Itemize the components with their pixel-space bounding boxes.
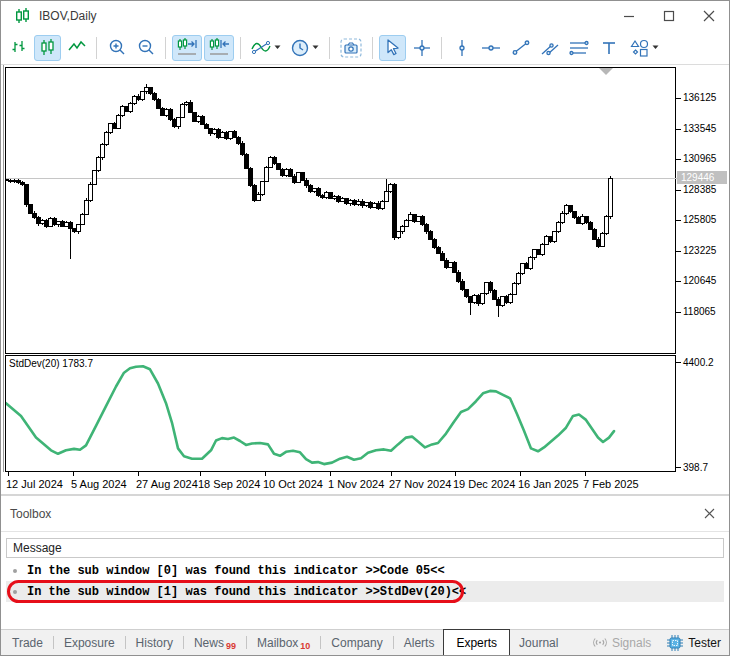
trendline-icon [512, 39, 530, 56]
price-axis[interactable]: 1361251335451309651283851258051232251206… [676, 67, 730, 355]
date-axis-tick [520, 472, 521, 476]
date-axis-label: 16 Jan 2025 [518, 478, 579, 490]
chevron-down-icon [312, 45, 319, 50]
candlestick-chart[interactable] [6, 68, 678, 352]
bar-chart-button[interactable] [5, 35, 32, 61]
tab-journal[interactable]: Journal [510, 630, 567, 655]
fibo-lines-button[interactable] [565, 35, 593, 61]
tab-news[interactable]: News99 [185, 630, 245, 655]
date-axis-label: 18 Sep 2024 [198, 478, 260, 490]
close-icon[interactable] [689, 1, 729, 31]
date-axis-tick [8, 472, 9, 476]
toolbar-separator [240, 37, 241, 59]
date-axis-label: 12 Jul 2024 [6, 478, 63, 490]
minimize-icon[interactable] [609, 1, 649, 31]
tab-alerts[interactable]: Alerts [395, 630, 444, 655]
indicators-dropdown-button[interactable] [247, 35, 285, 61]
zoom-out-icon [137, 39, 155, 57]
timeframes-dropdown-button[interactable] [287, 35, 323, 61]
crosshair-button[interactable] [408, 35, 435, 61]
shift-end-button[interactable] [172, 35, 202, 61]
axis-tick [676, 312, 681, 313]
trendline-button[interactable] [507, 35, 534, 61]
zoom-out-button[interactable] [132, 35, 159, 61]
zoom-in-button[interactable] [103, 35, 130, 61]
clock-icon [291, 39, 309, 57]
price-axis-label: 128385 [683, 184, 716, 195]
horizontal-line-button[interactable] [477, 35, 505, 61]
price-axis-label: 125805 [683, 214, 716, 225]
tab-trade[interactable]: Trade [3, 630, 52, 655]
tab-separator [320, 636, 321, 649]
date-axis-label: 27 Aug 2024 [136, 478, 198, 490]
message-column-header[interactable]: Message [6, 538, 724, 558]
vertical-line-button[interactable] [448, 35, 475, 61]
window-title: IBOV,Daily [39, 9, 97, 23]
axis-tick [676, 362, 681, 363]
text-label-button[interactable] [595, 35, 622, 61]
date-axis-tick [585, 472, 586, 476]
auto-scroll-button[interactable] [204, 35, 234, 61]
date-axis-label: 10 Oct 2024 [263, 478, 323, 490]
price-axis-label: 123225 [683, 245, 716, 256]
tab-exposure[interactable]: Exposure [55, 630, 124, 655]
date-axis-tick [391, 472, 392, 476]
toolbar-separator [165, 37, 166, 59]
chip-icon [667, 635, 683, 651]
chart-window-border [3, 65, 4, 493]
text-icon [601, 40, 617, 56]
chevron-down-icon [652, 45, 659, 50]
indicator-axis[interactable]: 4400.2 398.7 [676, 355, 730, 473]
indicators-icon [251, 39, 271, 56]
crosshair-icon [413, 39, 431, 57]
bar-chart-icon [10, 39, 27, 56]
message-list: In the sub window [0] was found this ind… [6, 560, 724, 602]
tab-label: Journal [519, 636, 558, 650]
tab-mailbox[interactable]: Mailbox10 [248, 630, 319, 655]
channel-button[interactable] [536, 35, 563, 61]
tab-company[interactable]: Company [322, 630, 391, 655]
chart-shift-marker-icon[interactable] [599, 68, 613, 75]
horizontal-line-icon [481, 42, 501, 54]
stddev-indicator-chart[interactable] [6, 356, 678, 470]
indicator-label: StdDev(20) 1783.7 [9, 358, 93, 369]
message-row[interactable]: In the sub window [1] was found this ind… [6, 581, 724, 602]
tab-label: Experts [456, 636, 497, 650]
cursor-button[interactable] [379, 35, 406, 61]
toolbar-separator [96, 37, 97, 59]
tab-badge: 99 [226, 641, 236, 651]
date-axis-label: 5 Aug 2024 [71, 478, 127, 490]
tab-separator [246, 636, 247, 649]
tab-experts[interactable]: Experts [443, 629, 510, 655]
screenshot-button[interactable] [336, 35, 366, 61]
candlestick-chart-button[interactable] [34, 35, 61, 61]
axis-tick [676, 159, 681, 160]
toolbox-divider [1, 531, 729, 532]
tab-label: History [136, 636, 173, 650]
toolbox-close-icon[interactable] [701, 505, 717, 521]
message-row[interactable]: In the sub window [0] was found this ind… [6, 560, 724, 581]
signals-label: Signals [612, 636, 651, 650]
axis-tick [676, 251, 681, 252]
chevron-down-icon [274, 45, 281, 50]
candlestick-chart-icon [39, 39, 56, 56]
tab-history[interactable]: History [127, 630, 182, 655]
toolbar-separator [441, 37, 442, 59]
price-axis-label: 120645 [683, 275, 716, 286]
date-axis-tick [200, 472, 201, 476]
cursor-icon [385, 39, 401, 56]
maximize-icon[interactable] [649, 1, 689, 31]
shapes-dropdown-button[interactable] [624, 35, 664, 61]
toolbar [1, 31, 729, 65]
date-axis[interactable]: 12 Jul 20245 Aug 202427 Aug 202418 Sep 2… [1, 472, 676, 493]
message-bullet-icon [13, 569, 17, 573]
shapes-icon [630, 39, 649, 57]
title-bar: IBOV,Daily [1, 1, 729, 31]
line-chart-button[interactable] [63, 35, 90, 61]
date-axis-tick [455, 472, 456, 476]
signals-button[interactable]: Signals [592, 636, 651, 650]
signal-icon [592, 637, 608, 648]
date-axis-tick [330, 472, 331, 476]
tester-button[interactable]: Tester [667, 635, 721, 651]
date-axis-label: 7 Feb 2025 [583, 478, 639, 490]
